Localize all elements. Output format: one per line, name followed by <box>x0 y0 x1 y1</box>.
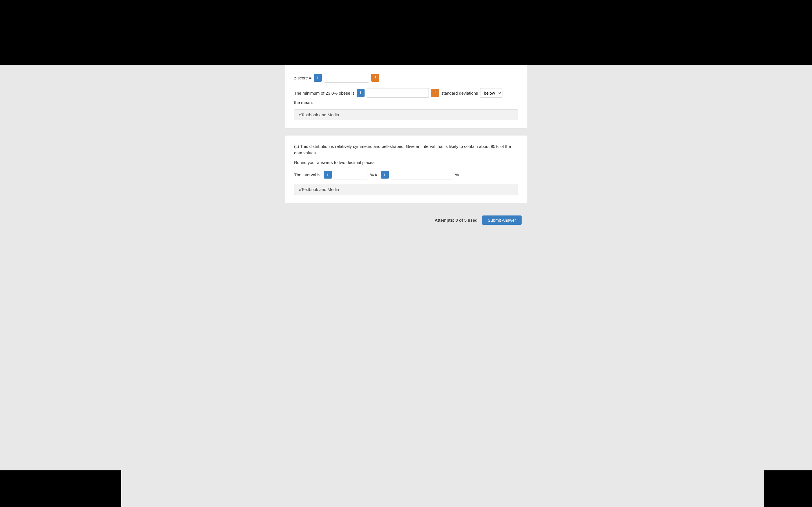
mean-suffix: the mean. <box>294 100 313 105</box>
zscore-info-button[interactable]: i <box>314 74 322 82</box>
footer-row: Attempts: 0 of 5 used Submit Answer <box>285 210 527 230</box>
std-dev-suffix: standard deviations <box>441 91 478 96</box>
submit-answer-button[interactable]: Submit Answer <box>482 216 522 225</box>
std-dev-warn-button[interactable]: ! <box>431 89 439 97</box>
round-note: Round your answers to two decimal places… <box>294 160 518 165</box>
percent-end-label: %. <box>455 172 460 177</box>
std-dev-info-button[interactable]: i <box>357 89 364 97</box>
interval-input-2[interactable] <box>391 170 453 179</box>
interval-row: The interval is: i % to i %. <box>294 170 518 179</box>
std-dev-input[interactable] <box>367 88 429 98</box>
zscore-label: z-score = <box>294 75 312 80</box>
question-c-text: (c) This distribution is relatively symm… <box>294 144 518 156</box>
percent-to-label: % to <box>370 172 378 177</box>
question-card-1: z-score = i ! The minimum of 23.0% obese… <box>285 65 527 128</box>
etextbook-media-1: eTextbook and Media <box>294 109 518 120</box>
std-dev-row: The minimum of 23.0% obese is i ! standa… <box>294 88 518 105</box>
etextbook-media-2: eTextbook and Media <box>294 184 518 195</box>
question-card-2: (c) This distribution is relatively symm… <box>285 135 527 203</box>
attempts-label: Attempts: 0 of 5 used <box>435 218 477 223</box>
below-above-dropdown[interactable]: below above <box>480 88 502 98</box>
zscore-row: z-score = i ! <box>294 73 518 82</box>
interval-info-button-2[interactable]: i <box>381 171 389 179</box>
interval-info-button-1[interactable]: i <box>324 171 332 179</box>
interval-prefix: The interval is: <box>294 172 322 177</box>
std-dev-prefix: The minimum of 23.0% obese is <box>294 91 354 96</box>
black-top-header <box>0 0 812 65</box>
interval-input-1[interactable] <box>334 170 368 179</box>
zscore-warn-button[interactable]: ! <box>371 74 379 82</box>
zscore-input[interactable] <box>324 73 369 82</box>
